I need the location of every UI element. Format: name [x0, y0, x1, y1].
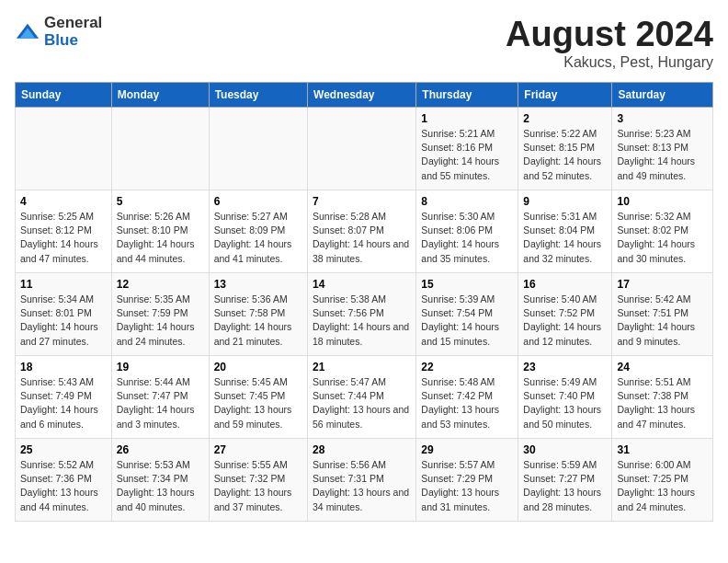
- daylight-text: Daylight: 14 hours and 35 minutes.: [421, 238, 499, 263]
- logo-icon: [15, 21, 40, 47]
- daylight-text: Daylight: 14 hours and 3 minutes.: [117, 404, 195, 429]
- day-number: 28: [313, 443, 411, 456]
- day-number: 26: [117, 443, 204, 456]
- daylight-text: Daylight: 13 hours and 50 minutes.: [523, 404, 601, 429]
- day-number: 27: [214, 443, 302, 456]
- daylight-text: Daylight: 14 hours and 41 minutes.: [214, 238, 292, 263]
- sunrise-text: Sunrise: 5:42 AM: [617, 293, 690, 304]
- sunset-text: Sunset: 8:02 PM: [617, 224, 688, 236]
- sunrise-text: Sunrise: 5:49 AM: [523, 376, 597, 387]
- daylight-text: Daylight: 14 hours and 55 minutes.: [421, 155, 499, 180]
- table-row: 10Sunrise: 5:32 AMSunset: 8:02 PMDayligh…: [612, 190, 713, 273]
- day-info: Sunrise: 5:28 AMSunset: 8:07 PMDaylight:…: [313, 210, 411, 266]
- day-info: Sunrise: 6:00 AMSunset: 7:25 PMDaylight:…: [617, 458, 708, 514]
- day-info: Sunrise: 5:27 AMSunset: 8:09 PMDaylight:…: [214, 210, 302, 266]
- day-info: Sunrise: 5:45 AMSunset: 7:45 PMDaylight:…: [214, 375, 302, 431]
- header-friday: Friday: [518, 83, 612, 108]
- table-row: 17Sunrise: 5:42 AMSunset: 7:51 PMDayligh…: [612, 273, 713, 356]
- sunset-text: Sunset: 7:31 PM: [313, 473, 384, 484]
- sunrise-text: Sunrise: 5:31 AM: [523, 211, 597, 222]
- sunset-text: Sunset: 7:27 PM: [523, 473, 595, 484]
- sunrise-text: Sunrise: 5:30 AM: [421, 211, 495, 222]
- daylight-text: Daylight: 13 hours and 40 minutes.: [117, 487, 195, 511]
- sunset-text: Sunset: 8:15 PM: [523, 142, 595, 153]
- daylight-text: Daylight: 14 hours and 6 minutes.: [20, 404, 98, 429]
- daylight-text: Daylight: 13 hours and 24 minutes.: [617, 487, 695, 511]
- sunset-text: Sunset: 8:10 PM: [117, 224, 188, 236]
- daylight-text: Daylight: 14 hours and 27 minutes.: [20, 321, 98, 346]
- day-info: Sunrise: 5:53 AMSunset: 7:34 PMDaylight:…: [117, 458, 204, 514]
- page-header: General Blue August 2024 Kakucs, Pest, H…: [15, 15, 713, 71]
- header-wednesday: Wednesday: [308, 83, 416, 108]
- sunrise-text: Sunrise: 5:22 AM: [523, 128, 597, 139]
- calendar-week-row: 11Sunrise: 5:34 AMSunset: 8:01 PMDayligh…: [16, 273, 713, 356]
- table-row: 24Sunrise: 5:51 AMSunset: 7:38 PMDayligh…: [612, 356, 713, 439]
- table-row: 11Sunrise: 5:34 AMSunset: 8:01 PMDayligh…: [16, 273, 112, 356]
- table-row: 29Sunrise: 5:57 AMSunset: 7:29 PMDayligh…: [416, 439, 518, 522]
- sunrise-text: Sunrise: 5:23 AM: [617, 128, 690, 139]
- sunrise-text: Sunrise: 5:32 AM: [617, 211, 690, 222]
- day-info: Sunrise: 5:38 AMSunset: 7:56 PMDaylight:…: [313, 293, 411, 349]
- sunset-text: Sunset: 8:04 PM: [523, 224, 595, 236]
- table-row: 22Sunrise: 5:48 AMSunset: 7:42 PMDayligh…: [416, 356, 518, 439]
- sunrise-text: Sunrise: 5:38 AM: [313, 293, 386, 304]
- daylight-text: Daylight: 14 hours and 9 minutes.: [617, 321, 695, 346]
- sunset-text: Sunset: 7:25 PM: [617, 473, 688, 484]
- sunrise-text: Sunrise: 5:35 AM: [117, 293, 190, 304]
- day-number: 9: [523, 195, 607, 208]
- daylight-text: Daylight: 13 hours and 44 minutes.: [20, 487, 98, 511]
- day-info: Sunrise: 5:26 AMSunset: 8:10 PMDaylight:…: [117, 210, 204, 266]
- calendar-header-row: Sunday Monday Tuesday Wednesday Thursday…: [16, 83, 713, 108]
- sunrise-text: Sunrise: 5:45 AM: [214, 376, 288, 387]
- daylight-text: Daylight: 13 hours and 56 minutes.: [313, 404, 409, 429]
- day-number: 23: [523, 361, 607, 373]
- daylight-text: Daylight: 14 hours and 21 minutes.: [214, 321, 292, 346]
- calendar-week-row: 4Sunrise: 5:25 AMSunset: 8:12 PMDaylight…: [16, 190, 713, 273]
- table-row: 21Sunrise: 5:47 AMSunset: 7:44 PMDayligh…: [308, 356, 416, 439]
- title-area: August 2024 Kakucs, Pest, Hungary: [506, 15, 713, 71]
- daylight-text: Daylight: 13 hours and 47 minutes.: [617, 404, 695, 429]
- table-row: 27Sunrise: 5:55 AMSunset: 7:32 PMDayligh…: [209, 439, 307, 522]
- sunrise-text: Sunrise: 5:59 AM: [523, 459, 597, 470]
- table-row: 12Sunrise: 5:35 AMSunset: 7:59 PMDayligh…: [111, 273, 209, 356]
- sunset-text: Sunset: 8:16 PM: [421, 142, 493, 153]
- day-number: 8: [421, 195, 513, 208]
- sunset-text: Sunset: 7:51 PM: [617, 307, 688, 318]
- daylight-text: Daylight: 13 hours and 31 minutes.: [421, 487, 499, 511]
- day-info: Sunrise: 5:34 AMSunset: 8:01 PMDaylight:…: [20, 293, 107, 349]
- day-info: Sunrise: 5:30 AMSunset: 8:06 PMDaylight:…: [421, 210, 513, 266]
- table-row: 6Sunrise: 5:27 AMSunset: 8:09 PMDaylight…: [209, 190, 307, 273]
- day-number: 2: [523, 112, 607, 125]
- day-number: 20: [214, 361, 302, 373]
- day-info: Sunrise: 5:44 AMSunset: 7:47 PMDaylight:…: [117, 375, 204, 431]
- header-monday: Monday: [111, 83, 209, 108]
- day-number: 17: [617, 278, 708, 291]
- sunrise-text: Sunrise: 5:43 AM: [20, 376, 94, 387]
- sunset-text: Sunset: 8:07 PM: [313, 224, 384, 236]
- sunrise-text: Sunrise: 6:00 AM: [617, 459, 690, 470]
- sunset-text: Sunset: 7:34 PM: [117, 473, 188, 484]
- table-row: [209, 108, 307, 190]
- day-info: Sunrise: 5:52 AMSunset: 7:36 PMDaylight:…: [20, 458, 107, 514]
- sunrise-text: Sunrise: 5:53 AM: [117, 459, 190, 470]
- table-row: 4Sunrise: 5:25 AMSunset: 8:12 PMDaylight…: [16, 190, 112, 273]
- day-info: Sunrise: 5:51 AMSunset: 7:38 PMDaylight:…: [617, 375, 708, 431]
- sunset-text: Sunset: 7:29 PM: [421, 473, 493, 484]
- table-row: 20Sunrise: 5:45 AMSunset: 7:45 PMDayligh…: [209, 356, 307, 439]
- daylight-text: Daylight: 13 hours and 34 minutes.: [313, 487, 409, 511]
- sunset-text: Sunset: 7:52 PM: [523, 307, 595, 318]
- daylight-text: Daylight: 14 hours and 49 minutes.: [617, 155, 695, 180]
- sunset-text: Sunset: 7:40 PM: [523, 390, 595, 401]
- sunset-text: Sunset: 7:56 PM: [313, 307, 384, 318]
- daylight-text: Daylight: 13 hours and 28 minutes.: [523, 487, 601, 511]
- sunrise-text: Sunrise: 5:57 AM: [421, 459, 495, 470]
- table-row: 7Sunrise: 5:28 AMSunset: 8:07 PMDaylight…: [308, 190, 416, 273]
- daylight-text: Daylight: 14 hours and 52 minutes.: [523, 155, 601, 180]
- day-info: Sunrise: 5:55 AMSunset: 7:32 PMDaylight:…: [214, 458, 302, 514]
- logo: General Blue: [15, 15, 102, 49]
- sunrise-text: Sunrise: 5:26 AM: [117, 211, 190, 222]
- sunrise-text: Sunrise: 5:21 AM: [421, 128, 495, 139]
- sunset-text: Sunset: 7:38 PM: [617, 390, 688, 401]
- day-number: 11: [20, 278, 107, 291]
- day-number: 1: [421, 112, 513, 125]
